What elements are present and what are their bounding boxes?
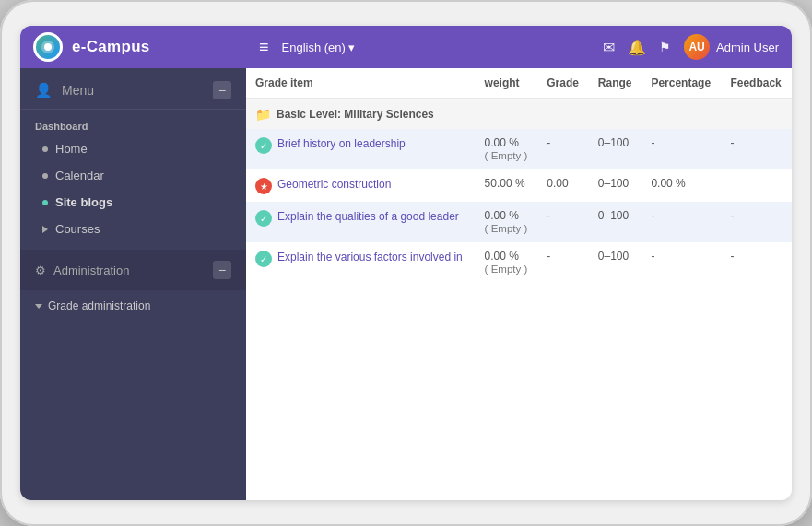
sidebar-item-home[interactable]: Home <box>20 135 246 162</box>
logo <box>33 32 63 62</box>
triangle-down-icon <box>35 304 42 309</box>
item-name-cell: ✓ Brief history on leadership <box>246 129 476 169</box>
item-name-cell: ★ Geometric construction <box>246 169 476 202</box>
weight-cell: 0.00 % ( Empty ) <box>476 129 538 169</box>
feedback-cell: - <box>721 242 792 283</box>
item-cell: ✓ Explain the qualities of a good leader <box>255 209 466 227</box>
range-cell: 0–100 <box>589 169 642 202</box>
weight-cell: 0.00 % ( Empty ) <box>476 242 538 283</box>
item-icon-teal: ✓ <box>255 210 272 227</box>
main-area: 👤 Menu − Dashboard Home Calendar <box>20 68 792 500</box>
chevron-down-icon: ▾ <box>348 41 355 54</box>
col-feedback: Feedback <box>721 68 792 99</box>
svg-point-1 <box>44 43 52 51</box>
language-selector[interactable]: English (en) ▾ <box>282 41 355 54</box>
grade-cell: - <box>537 129 589 169</box>
sidebar-item-site-blogs[interactable]: Site blogs <box>20 189 246 216</box>
avatar: AU <box>684 34 710 60</box>
pct-cell: - <box>641 242 721 283</box>
table-row: ✓ Explain the qualities of a good leader… <box>246 202 792 242</box>
users-icon: 👤 <box>35 82 53 99</box>
triangle-icon <box>42 226 48 233</box>
home-label: Home <box>55 142 88 156</box>
grade-table: Grade item weight Grade Range Percentage… <box>246 68 792 283</box>
item-cell: ✓ Explain the various factors involved i… <box>255 250 466 267</box>
logo-inner <box>36 35 60 59</box>
admin-label: ⚙ Administration <box>35 263 129 277</box>
admin-name: Admin User <box>716 41 779 54</box>
folder-icon: 📁 <box>255 107 271 122</box>
weight-cell: 0.00 % ( Empty ) <box>476 202 538 242</box>
header-icons: ✉ 🔔 ⚑ AU Admin User <box>603 34 779 60</box>
grade-cell: - <box>537 202 589 242</box>
sidebar-item-courses[interactable]: Courses <box>20 216 246 242</box>
item-icon-teal: ✓ <box>255 251 272 267</box>
sidebar: 👤 Menu − Dashboard Home Calendar <box>20 68 246 500</box>
col-grade: Grade <box>537 68 589 99</box>
menu-section: 👤 Menu − <box>20 68 246 110</box>
section-header-row: 📁 Basic Level: Military Sciences <box>246 99 792 129</box>
section-title-cell: 📁 Basic Level: Military Sciences <box>246 99 792 129</box>
col-percentage: Percentage <box>641 68 721 99</box>
weight-cell: 50.00 % <box>476 169 538 202</box>
grade-cell: - <box>537 242 589 283</box>
feedback-cell: - <box>721 129 792 169</box>
grade-admin-item[interactable]: Grade administration <box>20 290 246 321</box>
menu-collapse-btn[interactable]: − <box>213 81 231 99</box>
dot-marker <box>42 146 48 152</box>
pct-cell: - <box>641 202 721 242</box>
table-header-row: Grade item weight Grade Range Percentage… <box>246 68 792 99</box>
flag-icon[interactable]: ⚑ <box>659 40 671 54</box>
dot-marker-active <box>42 200 48 205</box>
content-area: Grade item weight Grade Range Percentage… <box>246 68 792 500</box>
item-name-cell: ✓ Explain the qualities of a good leader <box>246 202 476 242</box>
item-link[interactable]: Explain the qualities of a good leader <box>277 209 459 225</box>
item-cell: ✓ Brief history on leadership <box>255 136 466 154</box>
item-link[interactable]: Explain the various factors involved in <box>277 250 463 265</box>
hamburger-icon[interactable]: ≡ <box>259 38 269 57</box>
col-weight: weight <box>476 68 538 99</box>
menu-label: 👤 Menu <box>35 82 94 99</box>
admin-text: Administration <box>53 263 129 277</box>
header-center: ≡ English (en) ▾ <box>259 38 603 57</box>
grade-admin-label: Grade administration <box>48 299 150 312</box>
col-grade-item: Grade item <box>246 68 476 99</box>
header: e-Campus ≡ English (en) ▾ ✉ 🔔 ⚑ AU Admin… <box>20 26 792 68</box>
table-row: ✓ Explain the various factors involved i… <box>246 242 792 283</box>
grade-cell: 0.00 <box>537 169 589 202</box>
item-link[interactable]: Geometric construction <box>277 177 391 193</box>
pct-cell: 0.00 % <box>641 169 721 202</box>
menu-text: Menu <box>62 83 94 98</box>
tablet-frame: e-Campus ≡ English (en) ▾ ✉ 🔔 ⚑ AU Admin… <box>0 0 812 526</box>
admin-section: ⚙ Administration − <box>20 250 246 290</box>
dashboard-label: Dashboard <box>20 110 246 135</box>
range-cell: 0–100 <box>589 129 642 169</box>
range-cell: 0–100 <box>589 242 642 283</box>
calendar-label: Calendar <box>55 169 104 182</box>
item-icon-red: ★ <box>255 178 272 194</box>
item-link[interactable]: Brief history on leadership <box>277 136 406 152</box>
pct-cell: - <box>641 129 721 169</box>
logo-svg <box>41 40 55 54</box>
sidebar-item-calendar[interactable]: Calendar <box>20 162 246 189</box>
table-row: ✓ Brief history on leadership 0.00 % ( E… <box>246 129 792 169</box>
range-cell: 0–100 <box>589 202 642 242</box>
language-label: English (en) <box>282 41 346 54</box>
table-row: ★ Geometric construction 50.00 % 0.00 0–… <box>246 169 792 202</box>
section-title: Basic Level: Military Sciences <box>277 108 434 121</box>
admin-collapse-btn[interactable]: − <box>213 261 231 279</box>
bell-icon[interactable]: 🔔 <box>628 39 646 56</box>
user-info: AU Admin User <box>684 34 779 60</box>
col-range: Range <box>589 68 642 99</box>
feedback-cell <box>721 169 792 202</box>
header-left: e-Campus <box>33 32 259 62</box>
mail-icon[interactable]: ✉ <box>603 39 615 56</box>
courses-label: Courses <box>55 222 100 236</box>
item-name-cell: ✓ Explain the various factors involved i… <box>246 242 476 283</box>
settings-icon: ⚙ <box>35 263 46 277</box>
tablet-inner: e-Campus ≡ English (en) ▾ ✉ 🔔 ⚑ AU Admin… <box>20 26 792 500</box>
feedback-cell: - <box>721 202 792 242</box>
dot-marker <box>42 173 48 179</box>
item-icon-teal: ✓ <box>255 137 272 154</box>
item-cell: ★ Geometric construction <box>255 177 466 194</box>
